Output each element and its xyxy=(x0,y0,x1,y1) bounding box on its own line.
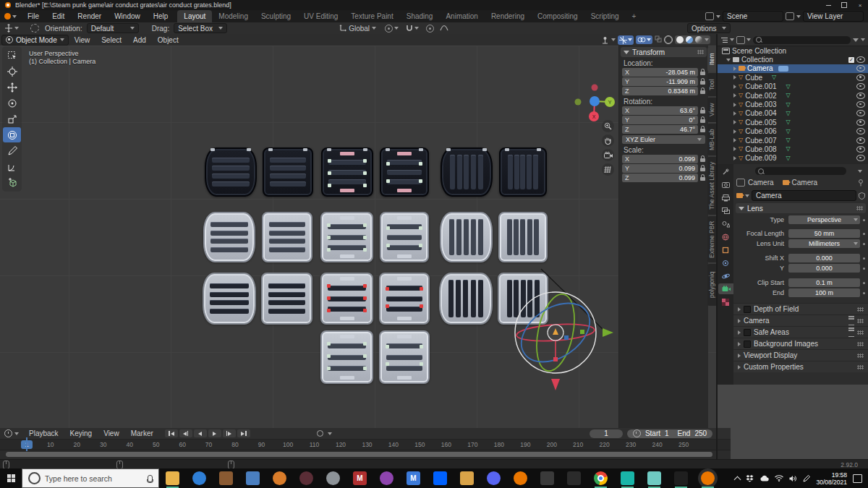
panel-depth-of-field[interactable]: Depth of Field xyxy=(733,303,868,314)
tab-shading[interactable]: Shading xyxy=(400,10,440,22)
show-gizmo-icon[interactable] xyxy=(601,36,609,44)
panel-drag-handle[interactable] xyxy=(857,307,864,312)
grate-object-r1-c3[interactable] xyxy=(321,147,373,197)
shift-y-field[interactable]: 0.000 xyxy=(788,264,860,273)
ortho-grid-icon[interactable] xyxy=(602,163,614,176)
flame-app-icon[interactable] xyxy=(273,471,286,485)
menu-icon[interactable] xyxy=(848,328,854,337)
grate-object-r3-c5[interactable] xyxy=(439,273,493,325)
disclosure-icon[interactable] xyxy=(733,93,736,98)
shading-rendered-icon[interactable] xyxy=(695,36,702,43)
pan-hand-icon[interactable] xyxy=(602,134,614,147)
lock-icon[interactable] xyxy=(700,158,705,162)
properties-tab-world-icon[interactable] xyxy=(718,231,733,242)
outliner-item-cube-007[interactable]: ▽Cube.007▽ xyxy=(718,136,868,145)
blender-icon[interactable] xyxy=(514,471,527,485)
fake-user-shield-icon[interactable] xyxy=(859,192,865,200)
location--y-field[interactable]: Y-11.909 m xyxy=(622,77,698,86)
panel-drag-handle[interactable] xyxy=(857,354,864,358)
datablock-name-field[interactable]: Camera xyxy=(752,190,856,201)
panel-drag-handle[interactable] xyxy=(857,330,864,335)
outliner-item-cube-004[interactable]: ▽Cube.004▽ xyxy=(718,109,868,118)
tool-rotate[interactable] xyxy=(3,95,21,111)
grate-object-r2-c1[interactable] xyxy=(203,212,255,262)
shift-x-field[interactable]: 0.000 xyxy=(788,254,860,262)
timeline-menu-view[interactable]: View xyxy=(98,429,125,437)
grid-app-icon[interactable] xyxy=(647,471,661,485)
disclosure-icon[interactable] xyxy=(733,129,736,134)
shading-solid-icon[interactable] xyxy=(676,36,684,43)
sidebar-tab-view[interactable]: View xyxy=(707,98,716,122)
transform-pivot-dropdown[interactable] xyxy=(385,25,399,33)
animate-dot[interactable] xyxy=(863,243,865,245)
disclosure-icon[interactable] xyxy=(733,111,736,116)
tab-animation[interactable]: Animation xyxy=(439,10,484,22)
outliner-item-cube-009[interactable]: ▽Cube.009▽ xyxy=(718,154,868,163)
grate-object-r2-c4[interactable] xyxy=(380,212,429,262)
lens-panel-header[interactable]: Lens xyxy=(736,203,866,213)
panel-drag-handle[interactable] xyxy=(857,365,864,369)
animate-dot[interactable] xyxy=(863,219,865,221)
panel-camera[interactable]: Camera xyxy=(733,314,868,326)
menu-edit[interactable]: Edit xyxy=(46,10,71,22)
chrome-icon[interactable] xyxy=(594,471,608,485)
breadcrumb-data[interactable]: Camera xyxy=(792,179,818,187)
folder-images-icon[interactable] xyxy=(460,471,474,485)
play-button[interactable] xyxy=(208,429,221,437)
timeline-ruler[interactable]: 1 10203040506070809010011012013014015016… xyxy=(0,440,731,450)
rotation--y-field[interactable]: Y0° xyxy=(622,116,698,124)
next-keyframe-button[interactable] xyxy=(223,429,236,437)
rotation-mode-dropdown[interactable]: XYZ Euler xyxy=(622,135,705,144)
sidebar-tab-item[interactable]: Item xyxy=(707,47,716,72)
outliner-filter-mode[interactable] xyxy=(736,36,751,44)
lock-icon[interactable] xyxy=(700,119,705,123)
tool-annotate[interactable] xyxy=(3,143,21,158)
properties-tab-scene-icon[interactable] xyxy=(718,218,733,229)
current-frame-field[interactable]: 1 xyxy=(590,429,623,438)
lock-icon[interactable] xyxy=(700,81,705,85)
tool-select-box[interactable] xyxy=(3,48,21,63)
drag-dropdown[interactable]: Select Box xyxy=(174,23,227,33)
panel-drag-handle[interactable] xyxy=(857,319,864,323)
eye-visibility-icon[interactable] xyxy=(856,101,865,108)
window-app-icon[interactable] xyxy=(246,471,260,485)
sidebar-tab-extreme-pbr[interactable]: Extreme PBR xyxy=(707,216,716,262)
play-reverse-button[interactable] xyxy=(194,429,207,437)
view-layer-field[interactable]: View Layer xyxy=(803,11,864,22)
checkbox-icon[interactable]: ✓ xyxy=(848,57,854,63)
camera-view-icon[interactable] xyxy=(602,149,614,161)
outliner-item-cube-008[interactable]: ▽Cube.008▽ xyxy=(718,145,868,153)
timeline-editor-type[interactable] xyxy=(0,429,23,437)
properties-tab-physics-icon[interactable] xyxy=(718,270,733,281)
lock-icon[interactable] xyxy=(700,129,705,132)
sidebar-tab-mb-lab[interactable]: MB-Lab xyxy=(707,124,716,155)
properties-tab-texture-icon[interactable] xyxy=(718,296,733,307)
tray-pen-icon[interactable] xyxy=(803,475,810,482)
minimize-button[interactable] xyxy=(820,0,836,10)
edge-browser-icon[interactable] xyxy=(192,471,206,485)
grate-object-r4-c1[interactable] xyxy=(320,330,373,384)
disclosure-icon[interactable] xyxy=(733,147,736,151)
eye-visibility-icon[interactable] xyxy=(856,155,865,161)
disclosure-icon[interactable] xyxy=(726,59,731,61)
outliner-item-cube-002[interactable]: ▽Cube.002▽ xyxy=(718,91,868,100)
view-layer-browse-icon[interactable] xyxy=(796,15,801,18)
tab-rendering[interactable]: Rendering xyxy=(485,10,531,22)
menu-icon[interactable] xyxy=(848,316,854,325)
timeline-menu-keying[interactable]: Keying xyxy=(64,429,98,437)
grate-object-r3-c2[interactable] xyxy=(261,273,312,325)
properties-tab-object-icon[interactable] xyxy=(718,244,733,255)
grate-object-r1-c4[interactable] xyxy=(380,147,429,197)
tool-measure[interactable] xyxy=(3,159,21,174)
transform-panel-header[interactable]: Transform xyxy=(621,47,707,57)
tray-wifi-icon[interactable] xyxy=(775,475,783,481)
eye-visibility-icon[interactable] xyxy=(856,93,865,99)
scene-name-field[interactable]: Scene xyxy=(723,11,783,22)
active-tool-icon[interactable] xyxy=(0,24,23,33)
focal-length-field[interactable]: 50 mm xyxy=(788,229,860,238)
panel-drag-handle[interactable] xyxy=(697,50,704,54)
animate-dot[interactable] xyxy=(863,292,865,294)
panel-viewport-display[interactable]: Viewport Display xyxy=(733,349,868,361)
grate-object-r3-c1[interactable] xyxy=(203,273,256,325)
jump-to-end-button[interactable] xyxy=(237,429,250,437)
